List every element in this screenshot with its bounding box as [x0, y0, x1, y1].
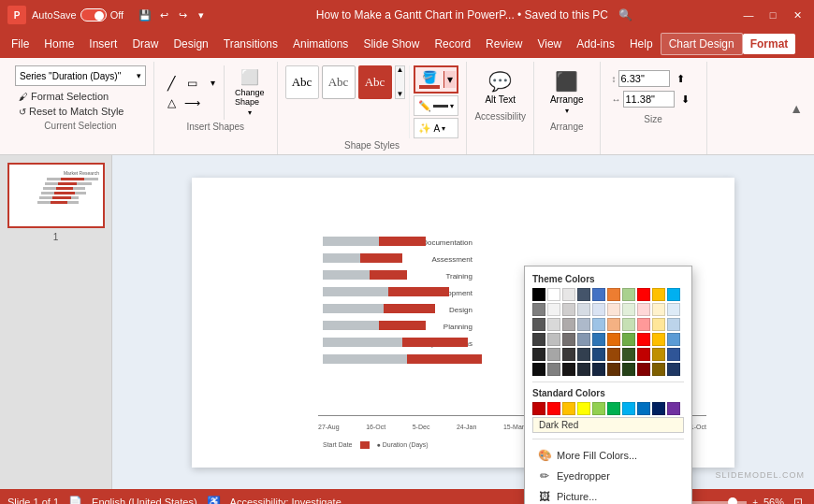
- gantt-bar-planning-red[interactable]: [379, 321, 426, 330]
- gantt-bar-design-red[interactable]: [384, 304, 435, 313]
- menu-animations[interactable]: Animations: [285, 34, 356, 54]
- color-swatch[interactable]: [637, 333, 650, 346]
- color-swatch[interactable]: [637, 288, 650, 301]
- color-swatch[interactable]: [547, 303, 560, 316]
- shape-more-tool[interactable]: ▾: [203, 74, 222, 93]
- color-swatch[interactable]: [637, 348, 650, 361]
- minimize-button[interactable]: —: [739, 6, 758, 24]
- color-swatch[interactable]: [562, 333, 575, 346]
- menu-addins[interactable]: Add-ins: [569, 34, 622, 54]
- slide-content-area[interactable]: Documentation Assessment Training Develo…: [112, 155, 814, 489]
- shape-line-tool[interactable]: ╱: [162, 74, 181, 93]
- menu-home[interactable]: Home: [36, 34, 81, 54]
- color-swatch[interactable]: [547, 363, 560, 376]
- shape-fill-button[interactable]: 🪣 ▾: [414, 65, 458, 94]
- shape-outline-button[interactable]: ✏️ ▾: [414, 95, 458, 116]
- zoom-in-btn[interactable]: +: [752, 497, 758, 505]
- redo-qa-button[interactable]: ↪: [174, 7, 191, 23]
- ribbon-collapse-btn[interactable]: ▲: [786, 62, 807, 154]
- slide-thumbnail-1[interactable]: Market Research: [7, 163, 105, 228]
- fill-main[interactable]: 🪣: [415, 68, 443, 91]
- color-swatch[interactable]: [562, 288, 575, 301]
- customize-qa-button[interactable]: ▾: [193, 7, 210, 23]
- color-swatch[interactable]: [667, 303, 680, 316]
- color-swatch[interactable]: [607, 303, 620, 316]
- shape-effects-button[interactable]: ✨ A ▾: [414, 118, 458, 138]
- std-color-swatch[interactable]: [577, 402, 590, 415]
- picture-item[interactable]: 🖼 Picture...: [532, 486, 684, 504]
- gantt-bar-assess-red[interactable]: [360, 253, 402, 263]
- menu-insert[interactable]: Insert: [81, 34, 124, 54]
- color-swatch[interactable]: [622, 318, 635, 331]
- alt-text-button[interactable]: 💬 Alt Text: [476, 65, 524, 109]
- menu-view[interactable]: View: [530, 34, 569, 54]
- color-swatch[interactable]: [532, 318, 545, 331]
- height-spinner[interactable]: ⬆: [672, 69, 690, 88]
- width-input[interactable]: [623, 91, 675, 108]
- color-swatch[interactable]: [607, 318, 620, 331]
- color-swatch[interactable]: [607, 348, 620, 361]
- series-dropdown[interactable]: Series "Duration (Days)" ▾: [15, 65, 146, 86]
- shape-styles-more[interactable]: ▲ ▼: [395, 65, 406, 99]
- std-color-swatch[interactable]: [547, 402, 560, 415]
- color-swatch[interactable]: [622, 288, 635, 301]
- std-color-swatch[interactable]: [592, 402, 605, 415]
- menu-transitions[interactable]: Transitions: [216, 34, 285, 54]
- std-color-swatch[interactable]: [562, 402, 575, 415]
- menu-record[interactable]: Record: [427, 34, 478, 54]
- color-swatch[interactable]: [577, 303, 590, 316]
- gantt-bar-doc-red[interactable]: [379, 237, 426, 246]
- close-button[interactable]: ✕: [788, 6, 807, 24]
- color-swatch[interactable]: [667, 333, 680, 346]
- std-color-swatch[interactable]: [667, 402, 680, 415]
- arrange-button[interactable]: ⬛ Arrange ▾: [542, 65, 592, 120]
- color-swatch[interactable]: [637, 363, 650, 376]
- fill-dropdown-arrow[interactable]: ▾: [443, 71, 456, 88]
- color-swatch[interactable]: [562, 348, 575, 361]
- std-color-swatch[interactable]: [607, 402, 620, 415]
- color-swatch[interactable]: [652, 288, 665, 301]
- color-swatch[interactable]: [532, 348, 545, 361]
- menu-design[interactable]: Design: [166, 34, 215, 54]
- std-color-swatch[interactable]: [532, 402, 545, 415]
- color-swatch[interactable]: [562, 318, 575, 331]
- undo-qa-button[interactable]: ↩: [155, 7, 172, 23]
- color-swatch[interactable]: [547, 333, 560, 346]
- color-swatch[interactable]: [577, 348, 590, 361]
- format-selection-button[interactable]: 🖌 Format Selection: [15, 89, 146, 104]
- color-swatch[interactable]: [577, 318, 590, 331]
- maximize-button[interactable]: □: [763, 6, 782, 24]
- color-swatch[interactable]: [607, 333, 620, 346]
- color-swatch[interactable]: [637, 318, 650, 331]
- eyedropper-item[interactable]: ✏ Eyedropper: [532, 466, 684, 486]
- color-swatch[interactable]: [652, 363, 665, 376]
- std-color-swatch[interactable]: [622, 402, 635, 415]
- std-color-swatch[interactable]: [652, 402, 665, 415]
- menu-format[interactable]: Format: [743, 34, 796, 54]
- menu-slideshow[interactable]: Slide Show: [356, 34, 427, 54]
- gantt-bar-mkt-red[interactable]: [407, 354, 482, 364]
- color-swatch[interactable]: [607, 288, 620, 301]
- autosave-toggle[interactable]: [80, 8, 107, 22]
- menu-file[interactable]: File: [4, 34, 36, 54]
- color-swatch[interactable]: [637, 303, 650, 316]
- color-swatch[interactable]: [652, 348, 665, 361]
- color-swatch[interactable]: [532, 288, 545, 301]
- menu-help[interactable]: Help: [622, 34, 661, 54]
- reset-match-style-button[interactable]: ↺ Reset to Match Style: [15, 104, 146, 119]
- color-swatch[interactable]: [592, 318, 605, 331]
- color-swatch[interactable]: [532, 333, 545, 346]
- color-swatch[interactable]: [547, 288, 560, 301]
- color-swatch[interactable]: [592, 288, 605, 301]
- color-swatch[interactable]: [562, 363, 575, 376]
- fit-slide-button[interactable]: ⊡: [790, 494, 807, 504]
- color-swatch[interactable]: [667, 288, 680, 301]
- color-swatch[interactable]: [622, 348, 635, 361]
- gantt-bar-training-red[interactable]: [370, 270, 407, 280]
- shape-style-1[interactable]: Abc: [285, 65, 319, 99]
- more-fill-colors-item[interactable]: 🎨 More Fill Colors...: [532, 445, 684, 466]
- color-swatch[interactable]: [622, 363, 635, 376]
- shape-rect-tool[interactable]: ▭: [182, 74, 201, 93]
- color-swatch[interactable]: [607, 363, 620, 376]
- color-swatch[interactable]: [622, 333, 635, 346]
